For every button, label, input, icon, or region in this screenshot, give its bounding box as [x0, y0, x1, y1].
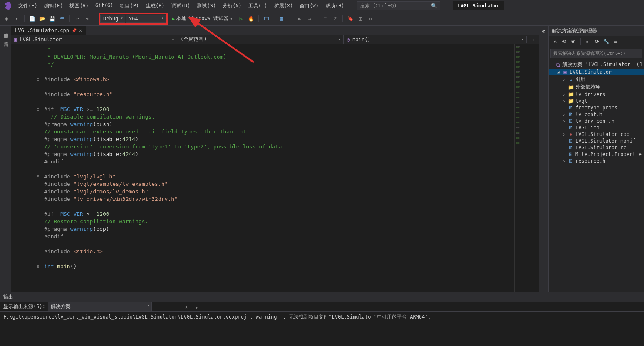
search-icon: 🔍 — [431, 3, 437, 9]
redo-icon[interactable]: ↷ — [83, 15, 92, 23]
editor-tabs: LVGL.Simulator.cpp 📌 ✕ — [11, 26, 539, 35]
output-text[interactable]: F:\git\opensource\lv_port_win_visual_stu… — [0, 312, 644, 346]
close-icon[interactable]: ✕ — [79, 27, 82, 33]
tree-item-引用[interactable]: ▷▫引用 — [549, 75, 644, 83]
wrap-icon[interactable]: ↲ — [193, 303, 201, 311]
project-icon: ▣ — [14, 37, 17, 42]
save-all-icon[interactable]: 🗃 — [58, 15, 66, 23]
code-editor[interactable]: * * DEVELOPER: Mouri_Naruto (Mouri_Narut… — [11, 44, 539, 292]
menu-分析(N)[interactable]: 分析(N) — [219, 1, 245, 11]
props-icon[interactable]: 🔧 — [602, 38, 610, 45]
main-area: 服务器资源管理器 工具箱 LVGL.Simulator.cpp 📌 ✕ ▣ LV… — [0, 26, 644, 292]
menu-bar: 文件(F)编辑(E)视图(V)Git(G)项目(P)生成(B)调试(D)测试(S… — [0, 0, 644, 12]
fold-toggle[interactable]: ⊟ — [37, 106, 39, 113]
menu-工具(T)[interactable]: 工具(T) — [245, 1, 271, 11]
collapse-icon[interactable]: ⇤ — [584, 38, 592, 45]
clear-icon[interactable]: ✕ — [182, 303, 191, 311]
method-icon: ◎ — [347, 37, 350, 42]
bookmark3-icon[interactable]: ▫ — [366, 15, 374, 23]
fold-toggle[interactable]: ⊟ — [37, 173, 39, 180]
menu-调试(D)[interactable]: 调试(D) — [168, 1, 194, 11]
menu-帮助(H)[interactable]: 帮助(H) — [322, 1, 348, 11]
tree-item-LVGL.Simulator.cpp[interactable]: ▷✚LVGL.Simulator.cpp — [549, 131, 644, 138]
tree-item-lv_conf.h[interactable]: ▷🗎lv_conf.h — [549, 111, 644, 118]
preview-icon[interactable]: ▭ — [612, 38, 619, 45]
platform-dropdown[interactable]: x64 — [126, 15, 166, 23]
pin-icon[interactable]: 📌 — [72, 28, 77, 33]
output-panel: 输出 显示输出来源(S): 解决方案 ≡ ≡ ✕ ↲ F:\git\openso… — [0, 292, 644, 346]
solution-explorer-toolbar: ⌂ ⟲ 👁 ⇤ ⟳ 🔧 ▭ — [549, 36, 644, 47]
hot-reload-icon[interactable]: 🔥 — [247, 15, 255, 23]
solution-search-input[interactable]: 搜索解决方案资源管理器(Ctrl+;) — [550, 49, 642, 58]
toolbox-tab[interactable]: 工具箱 — [2, 36, 10, 41]
uncomment-icon[interactable]: ≢ — [331, 15, 339, 23]
nav-fwd-icon[interactable]: ▾ — [12, 15, 21, 23]
gutter — [11, 44, 40, 292]
bookmark-icon[interactable]: 🔖 — [346, 15, 354, 23]
fold-toggle[interactable]: ⊟ — [37, 76, 39, 83]
layout-icon[interactable]: ▦ — [277, 15, 286, 23]
config-highlight-box: Debug x64 — [99, 13, 168, 25]
tree-item-LVGL.Simulator[interactable]: ◢▣LVGL.Simulator — [549, 69, 644, 75]
tree-item-Mile.Project.Propertie[interactable]: 🗎Mile.Project.Propertie — [549, 151, 644, 158]
search-input[interactable]: 搜索 (Ctrl+Q) 🔍 — [357, 1, 440, 10]
tree-item-freetype.props[interactable]: 🗎freetype.props — [549, 104, 644, 111]
start-nodebug-icon[interactable]: ▷ — [237, 15, 245, 23]
tree-item-LVGL.ico[interactable]: 🗎LVGL.ico — [549, 124, 644, 131]
sync-icon[interactable]: ⟲ — [560, 38, 568, 45]
tree-item-lv_drv_conf.h[interactable]: ▷🗎lv_drv_conf.h — [549, 118, 644, 124]
config-dropdown[interactable]: Debug — [100, 15, 125, 23]
home-icon[interactable]: ⌂ — [551, 38, 559, 45]
output-source-label: 显示输出来源(S): — [3, 303, 45, 310]
menu-扩展(X)[interactable]: 扩展(X) — [271, 1, 297, 11]
solution-explorer-title: 解决方案资源管理器 — [549, 26, 644, 36]
save-icon[interactable]: 💾 — [48, 15, 56, 23]
indent-icon[interactable]: ⇤ — [295, 15, 304, 23]
tree-item-resource.h[interactable]: ▷🗎resource.h — [549, 158, 644, 164]
start-debug-button[interactable]: ▶ 本地 Windows 调试器 ▾ — [169, 14, 235, 23]
solution-explorer: 解决方案资源管理器 ⌂ ⟲ 👁 ⇤ ⟳ 🔧 ▭ 搜索解决方案资源管理器(Ctrl… — [548, 26, 644, 292]
tree-item-外部依赖项[interactable]: 📁外部依赖项 — [549, 83, 644, 91]
output-toolbar: 显示输出来源(S): 解决方案 ≡ ≡ ✕ ↲ — [0, 302, 644, 312]
open-icon[interactable]: 📂 — [38, 15, 46, 23]
menu-视图(V)[interactable]: 视图(V) — [66, 1, 92, 11]
editor-area: LVGL.Simulator.cpp 📌 ✕ ▣ LVGL.Simulator … — [11, 26, 539, 292]
prev-icon[interactable]: ≡ — [171, 303, 180, 311]
output-title: 输出 — [0, 292, 644, 302]
nav-back-icon[interactable]: ◉ — [2, 15, 11, 23]
menu-文件(F)[interactable]: 文件(F) — [15, 1, 41, 11]
file-tab-active[interactable]: LVGL.Simulator.cpp 📌 ✕ — [11, 26, 86, 35]
new-file-icon[interactable]: 📄 — [28, 15, 36, 23]
tree-item-lvgl[interactable]: ▷📁lvgl — [549, 98, 644, 104]
menu-Git(G)[interactable]: Git(G) — [92, 1, 116, 11]
solution-tree[interactable]: ⧉解决方案 'LVGL.Simulator' (1◢▣LVGL.Simulato… — [549, 60, 644, 292]
bookmark2-icon[interactable]: ◫ — [356, 15, 364, 23]
fold-toggle[interactable]: ⊟ — [37, 263, 39, 270]
browser-icon[interactable]: 🗖 — [262, 15, 270, 23]
left-tool-tabs: 服务器资源管理器 工具箱 — [0, 26, 11, 292]
play-icon: ▶ — [172, 16, 175, 22]
nav-member-dropdown[interactable]: ◎ main() — [344, 36, 527, 43]
tree-item-lv_drivers[interactable]: ▷📁lv_drivers — [549, 91, 644, 98]
nav-project-dropdown[interactable]: ▣ LVGL.Simulator — [11, 36, 177, 43]
nav-scope-dropdown[interactable]: (全局范围) — [177, 35, 344, 44]
output-source-dropdown[interactable]: 解决方案 — [48, 302, 152, 311]
tree-item-LVGL.Simulator.rc[interactable]: 🗎LVGL.Simulator.rc — [549, 144, 644, 151]
comment-icon[interactable]: ≡ — [321, 15, 329, 23]
tree-item-LVGL.Simulator.manif[interactable]: 🗎LVGL.Simulator.manif — [549, 138, 644, 144]
menu-测试(S)[interactable]: 测试(S) — [193, 1, 219, 11]
server-explorer-tab[interactable]: 服务器资源管理器 — [2, 27, 10, 32]
menu-编辑(E)[interactable]: 编辑(E) — [41, 1, 67, 11]
fold-toggle[interactable]: ⊟ — [37, 210, 39, 218]
outdent-icon[interactable]: ⇥ — [305, 15, 314, 23]
menu-窗口(W)[interactable]: 窗口(W) — [296, 1, 322, 11]
gear-icon[interactable]: ⚙ — [542, 28, 545, 34]
goto-icon[interactable]: ≡ — [161, 303, 169, 311]
tree-item-解决方案 'LVGL.Simulator' (1[interactable]: ⧉解决方案 'LVGL.Simulator' (1 — [549, 61, 644, 69]
menu-项目(P)[interactable]: 项目(P) — [116, 1, 142, 11]
menu-生成(B)[interactable]: 生成(B) — [142, 1, 168, 11]
undo-icon[interactable]: ↶ — [73, 15, 82, 23]
show-all-icon[interactable]: 👁 — [570, 38, 577, 45]
minimap[interactable]: ▬▬▬▬▬▬▬▬▬▬ ▬▬▬▬▬ ▬▬▬▬▬ ▬▬▬▬▬▬▬▬▬▬▬▬ ▬▬▬▬… — [514, 44, 539, 292]
refresh-icon[interactable]: ⟳ — [593, 38, 601, 45]
